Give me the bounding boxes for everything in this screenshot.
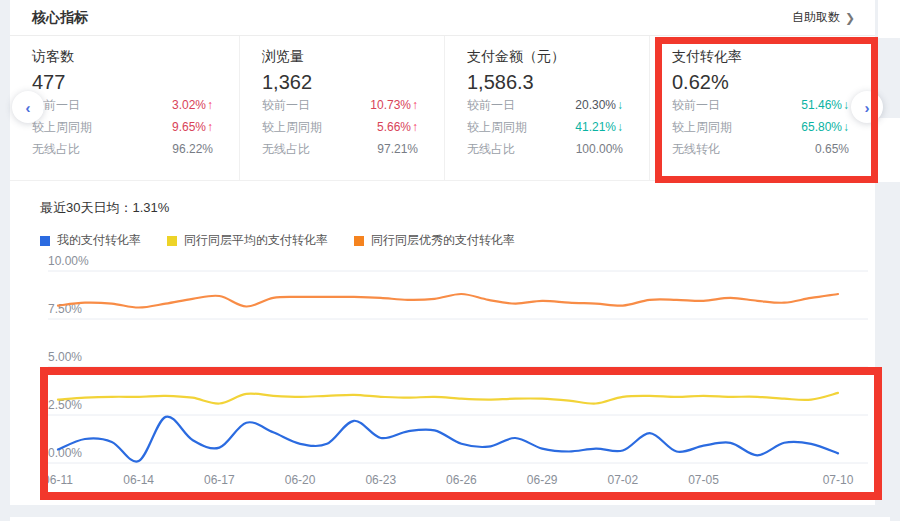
metric-row: 无线占比 97.21% bbox=[262, 138, 418, 160]
metric-card-pageviews[interactable]: 浏览量 1,362 较前一日 10.73%↑ 较上周同期 5.66%↑ 无线占比… bbox=[240, 36, 445, 180]
legend-item-mine[interactable]: 我的支付转化率 bbox=[40, 232, 141, 249]
metric-row-label: 较上周同期 bbox=[467, 119, 527, 136]
metric-title: 支付金额（元） bbox=[467, 48, 623, 66]
conversion-trend-section: 最近30天日均：1.31% 我的支付转化率 同行同层平均的支付转化率 同行同层优… bbox=[10, 181, 875, 498]
chart-legend: 我的支付转化率 同行同层平均的支付转化率 同行同层优秀的支付转化率 bbox=[40, 232, 875, 249]
chevron-right-icon: › bbox=[865, 99, 870, 116]
trend-down-icon: ↓ bbox=[617, 98, 623, 112]
chart-average-title: 最近30天日均：1.31% bbox=[40, 199, 875, 217]
core-metrics-panel: 核心指标 自助取数 ❯ 访客数 477 较前一日 3.02%↑ 较上周同期 9.… bbox=[10, 0, 875, 505]
legend-swatch-yellow-icon bbox=[167, 236, 177, 246]
self-service-data-link[interactable]: 自助取数 ❯ bbox=[792, 9, 855, 26]
metric-row-label: 较上周同期 bbox=[262, 119, 322, 136]
metric-row: 无线占比 96.22% bbox=[32, 138, 213, 160]
metric-card-visitors[interactable]: 访客数 477 较前一日 3.02%↑ 较上周同期 9.65%↑ 无线占比 96… bbox=[10, 36, 240, 180]
metric-row-label: 较上周同期 bbox=[672, 119, 732, 136]
trend-down-icon: ↓ bbox=[843, 98, 849, 112]
metric-title: 支付转化率 bbox=[672, 48, 849, 66]
svg-text:06-29: 06-29 bbox=[527, 473, 558, 487]
svg-text:5.00%: 5.00% bbox=[48, 350, 82, 364]
metric-row-value: 96.22% bbox=[172, 142, 213, 156]
trend-up-icon: ↑ bbox=[412, 98, 418, 112]
metric-row-value: 0.65% bbox=[815, 142, 849, 156]
legend-item-peer-excellent[interactable]: 同行同层优秀的支付转化率 bbox=[354, 232, 515, 249]
metric-row-label: 较前一日 bbox=[262, 97, 310, 114]
metric-row: 较上周同期 5.66%↑ bbox=[262, 116, 418, 138]
metric-row: 较前一日 3.02%↑ bbox=[32, 94, 213, 116]
metric-row-value: 65.80% bbox=[801, 120, 842, 134]
metric-row: 较上周同期 65.80%↓ bbox=[672, 116, 849, 138]
svg-text:06-14: 06-14 bbox=[123, 473, 154, 487]
metric-title: 访客数 bbox=[32, 48, 213, 66]
metric-row: 无线转化 0.65% bbox=[672, 138, 849, 160]
page-title: 核心指标 bbox=[32, 9, 88, 27]
legend-label: 我的支付转化率 bbox=[57, 232, 141, 249]
legend-label: 同行同层优秀的支付转化率 bbox=[371, 232, 515, 249]
svg-text:06-11: 06-11 bbox=[43, 473, 73, 487]
trend-down-icon: ↓ bbox=[843, 120, 849, 134]
metric-row-label: 无线占比 bbox=[262, 141, 310, 158]
svg-text:07-02: 07-02 bbox=[607, 473, 638, 487]
metric-row-label: 无线占比 bbox=[32, 141, 80, 158]
legend-swatch-orange-icon bbox=[354, 236, 364, 246]
chevron-left-icon: ‹ bbox=[26, 99, 31, 116]
metric-title: 浏览量 bbox=[262, 48, 418, 66]
metric-row-value: 100.00% bbox=[576, 142, 623, 156]
next-panel-top-edge bbox=[10, 517, 890, 521]
metric-row-label: 无线转化 bbox=[672, 141, 720, 158]
metric-row-label: 无线占比 bbox=[467, 141, 515, 158]
carousel-next-button[interactable]: › bbox=[851, 91, 883, 123]
metric-row-value: 9.65% bbox=[172, 120, 206, 134]
metric-row-value: 20.30% bbox=[575, 98, 616, 112]
legend-label: 同行同层平均的支付转化率 bbox=[184, 232, 328, 249]
trend-up-icon: ↑ bbox=[207, 120, 213, 134]
conversion-line-chart[interactable]: 0.00%2.50%5.00%7.50%10.00%06-1106-1406-1… bbox=[10, 253, 875, 498]
metric-value: 477 bbox=[32, 71, 213, 94]
svg-text:07-05: 07-05 bbox=[688, 473, 719, 487]
adjacent-panel-fragment bbox=[878, 0, 900, 38]
metric-card-conversion-rate[interactable]: 支付转化率 0.62% 较前一日 51.46%↓ 较上周同期 65.80%↓ 无… bbox=[650, 36, 875, 180]
metric-row-value: 51.46% bbox=[801, 98, 842, 112]
svg-text:06-17: 06-17 bbox=[204, 473, 235, 487]
metric-row: 无线占比 100.00% bbox=[467, 138, 623, 160]
metric-row: 较前一日 20.30%↓ bbox=[467, 94, 623, 116]
metric-row-value: 5.66% bbox=[377, 120, 411, 134]
metric-row-value: 3.02% bbox=[172, 98, 206, 112]
metric-cards: 访客数 477 较前一日 3.02%↑ 较上周同期 9.65%↑ 无线占比 96… bbox=[10, 36, 875, 181]
legend-swatch-blue-icon bbox=[40, 236, 50, 246]
metric-row-label: 较上周同期 bbox=[32, 119, 92, 136]
metric-value: 1,362 bbox=[262, 71, 418, 94]
svg-text:0.00%: 0.00% bbox=[48, 446, 82, 460]
svg-text:06-20: 06-20 bbox=[285, 473, 316, 487]
trend-up-icon: ↑ bbox=[412, 120, 418, 134]
svg-text:06-23: 06-23 bbox=[365, 473, 396, 487]
legend-item-peer-average[interactable]: 同行同层平均的支付转化率 bbox=[167, 232, 328, 249]
svg-text:10.00%: 10.00% bbox=[48, 254, 89, 268]
svg-text:07-10: 07-10 bbox=[823, 473, 854, 487]
metric-value: 0.62% bbox=[672, 71, 849, 94]
metric-card-payment-amount[interactable]: 支付金额（元） 1,586.3 较前一日 20.30%↓ 较上周同期 41.21… bbox=[445, 36, 650, 180]
metric-row: 较前一日 10.73%↑ bbox=[262, 94, 418, 116]
carousel-prev-button[interactable]: ‹ bbox=[12, 91, 44, 123]
metric-row-value: 97.21% bbox=[377, 142, 418, 156]
metric-row-value: 10.73% bbox=[370, 98, 411, 112]
adjacent-panel-fragment bbox=[878, 118, 900, 182]
metric-row: 较上周同期 41.21%↓ bbox=[467, 116, 623, 138]
svg-text:06-26: 06-26 bbox=[446, 473, 477, 487]
metric-row-label: 较前一日 bbox=[672, 97, 720, 114]
metric-row-label: 较前一日 bbox=[467, 97, 515, 114]
trend-down-icon: ↓ bbox=[617, 120, 623, 134]
panel-header: 核心指标 自助取数 ❯ bbox=[10, 0, 875, 36]
metric-row: 较前一日 51.46%↓ bbox=[672, 94, 849, 116]
metric-value: 1,586.3 bbox=[467, 71, 623, 94]
trend-up-icon: ↑ bbox=[207, 98, 213, 112]
self-service-data-label: 自助取数 bbox=[792, 9, 840, 26]
metric-row-value: 41.21% bbox=[575, 120, 616, 134]
metric-row: 较上周同期 9.65%↑ bbox=[32, 116, 213, 138]
chevron-right-icon: ❯ bbox=[845, 11, 855, 25]
